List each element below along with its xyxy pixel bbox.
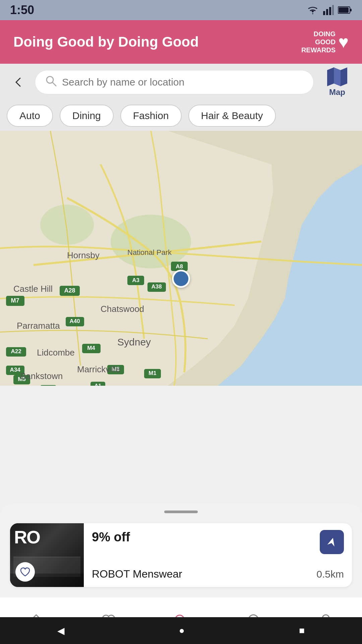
map-label: Map [329,88,345,97]
svg-marker-13 [334,67,341,86]
heart-icon [20,567,31,577]
svg-point-16 [111,215,191,268]
map-icon [327,67,347,86]
svg-text:Marrickville: Marrickville [77,364,121,374]
deal-bottom-row: ROBOT Menswear 0.5km [92,568,344,580]
status-bar: 1:50 [0,0,362,20]
svg-rect-42 [40,385,56,386]
svg-text:A38: A38 [151,283,162,290]
svg-text:M7: M7 [11,297,19,304]
logo-heart: ♥ [338,32,349,52]
svg-line-8 [53,83,56,86]
svg-rect-0 [323,11,325,15]
status-icons [306,5,352,15]
search-bar[interactable] [35,70,314,94]
header-logo: DOING GOOD REWARDS ♥ [301,30,349,54]
deal-distance: 0.5km [316,569,344,580]
svg-text:Castle Hill: Castle Hill [13,284,53,294]
search-area: Map [0,64,362,101]
logo-line2: GOOD [301,38,336,46]
svg-text:Chatswood: Chatswood [101,304,144,314]
logo-line1: DOING [301,30,336,38]
app-header: Doing Good by Doing Good DOING GOOD REWA… [0,20,362,64]
android-back[interactable]: ◀ [57,625,65,636]
category-dining[interactable]: Dining [60,105,114,127]
battery-icon [338,6,352,14]
svg-text:A22: A22 [11,348,21,355]
svg-text:A8: A8 [176,263,183,270]
svg-point-17 [40,205,94,245]
svg-text:Parramatta: Parramatta [17,321,60,331]
category-hair-beauty[interactable]: Hair & Beauty [188,105,276,127]
svg-text:M4: M4 [87,345,95,351]
navigation-icon [325,536,338,548]
bottom-sheet: RO 9% off ROB [0,504,362,597]
svg-text:Hornsby: Hornsby [67,250,100,260]
map-area[interactable]: M7 A28 A3 A8 A38 A40 M4 A22 A34 M5 M8 M1… [0,131,362,386]
status-time: 1:50 [10,3,34,17]
signal-icon [323,5,334,15]
deal-info: 9% off ROBOT Menswear 0.5km [84,523,352,587]
svg-text:A40: A40 [69,318,80,324]
svg-rect-5 [350,9,352,11]
search-icon [45,75,57,89]
deal-discount: 9% off [92,530,130,544]
android-nav-bar: ◀ ● ■ [0,617,362,644]
svg-text:A28: A28 [64,287,75,294]
svg-marker-14 [341,67,347,86]
svg-text:Sydney: Sydney [117,336,151,347]
svg-rect-1 [326,9,328,15]
android-recent[interactable]: ■ [299,625,305,636]
back-button[interactable] [8,72,28,92]
drag-handle [164,511,198,513]
brand-text-overlay: RO [14,527,40,547]
svg-text:A34: A34 [10,367,20,373]
wifi-icon [306,5,319,15]
category-auto[interactable]: Auto [7,105,53,127]
android-home[interactable]: ● [179,625,185,636]
search-input[interactable] [62,76,303,88]
svg-text:Lidcombe: Lidcombe [37,347,75,358]
logo-line3: REWARDS [301,46,336,54]
category-fashion[interactable]: Fashion [120,105,182,127]
navigate-button[interactable] [320,530,344,554]
location-dot [172,270,190,288]
business-name: ROBOT Menswear [92,568,182,580]
svg-text:M1: M1 [148,370,157,376]
svg-text:A1: A1 [95,383,102,386]
deal-card[interactable]: RO 9% off ROB [10,523,352,587]
svg-rect-2 [329,7,331,15]
map-svg: M7 A28 A3 A8 A38 A40 M4 A22 A34 M5 M8 M1… [0,131,362,386]
svg-text:Bankstown: Bankstown [20,371,63,381]
svg-marker-12 [327,67,334,86]
deal-image: RO [10,523,84,587]
svg-text:A3: A3 [132,277,139,283]
svg-rect-6 [339,7,349,13]
category-filters: Auto Dining Fashion Hair & Beauty [0,101,362,131]
deal-favorite-button[interactable] [15,562,35,582]
svg-rect-3 [332,5,334,15]
back-icon [12,76,24,88]
header-title: Doing Good by Doing Good [13,34,199,50]
svg-text:National Park: National Park [127,248,172,257]
map-button[interactable]: Map [320,67,354,97]
